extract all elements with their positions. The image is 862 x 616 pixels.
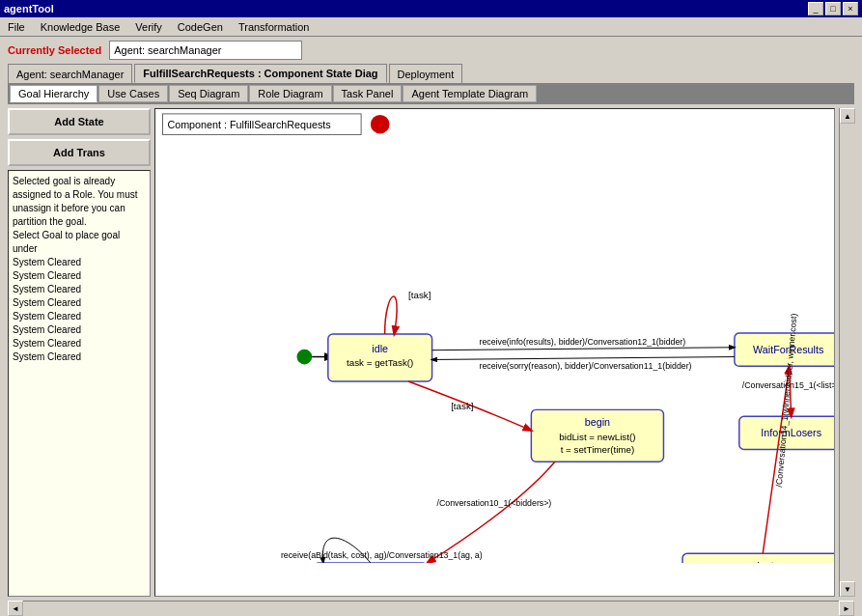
log-line-2: unassign it before you can bbox=[13, 202, 146, 215]
svg-text:[task]: [task] bbox=[408, 290, 431, 300]
sub-tab-use-cases[interactable]: Use Cases bbox=[98, 85, 168, 102]
selected-bar: Currently Selected bbox=[0, 37, 862, 64]
selected-label: Currently Selected bbox=[8, 44, 101, 56]
log-line-4: Select Goal to place goal under bbox=[13, 229, 146, 256]
scroll-up-button[interactable]: ▲ bbox=[840, 108, 855, 124]
menu-file[interactable]: File bbox=[4, 20, 29, 34]
log-line-6: System Cleared bbox=[13, 269, 146, 283]
diagram-title: Component : FulfillSearchRequests bbox=[167, 119, 330, 130]
svg-line-3 bbox=[432, 348, 735, 350]
sub-tab-goal-hierarchy[interactable]: Goal Hierarchy bbox=[10, 85, 97, 102]
initial-dot bbox=[297, 350, 313, 365]
log-line-3: partition the goal. bbox=[13, 215, 146, 229]
scroll-down-button[interactable]: ▼ bbox=[840, 581, 855, 597]
scroll-track[interactable] bbox=[840, 124, 854, 581]
sub-tab-role-diagram[interactable]: Role Diagram bbox=[249, 85, 331, 102]
vertical-scrollbar[interactable]: ▲ ▼ bbox=[839, 108, 854, 597]
log-line-7: System Cleared bbox=[13, 283, 146, 296]
sub-tab-agent-template[interactable]: Agent Template Diagram bbox=[403, 85, 537, 102]
log-line-9: System Cleared bbox=[13, 310, 146, 323]
window-controls: _ □ × bbox=[808, 2, 858, 15]
sub-tabs: Goal Hierarchy Use Cases Seq Diagram Rol… bbox=[8, 83, 854, 104]
scroll-right-button[interactable]: ► bbox=[839, 601, 854, 616]
sub-tab-task-panel[interactable]: Task Panel bbox=[333, 85, 403, 102]
svg-text:receive(info(results), bidder): receive(info(results), bidder)/Conversat… bbox=[480, 337, 686, 347]
menu-transformation[interactable]: Transformation bbox=[235, 20, 314, 34]
close-button[interactable]: × bbox=[843, 2, 858, 15]
evaluate-label: evaluate bbox=[740, 560, 780, 563]
log-line-5: System Cleared bbox=[13, 256, 146, 269]
idle-sublabel: task = getTask() bbox=[347, 357, 413, 368]
minimize-button[interactable]: _ bbox=[808, 2, 823, 15]
begin-sublabel2: t = setTimer(time) bbox=[561, 444, 635, 455]
svg-text:receive(sorry(reason), bidder): receive(sorry(reason), bidder)/Conversat… bbox=[480, 361, 692, 371]
top-tab-fulfill[interactable]: FulfillSearchRequests : Component State … bbox=[134, 64, 386, 83]
sub-tab-seq-diagram[interactable]: Seq Diagram bbox=[169, 85, 248, 102]
log-line-11: System Cleared bbox=[13, 337, 146, 350]
log-line-1: assigned to a Role. You must bbox=[13, 188, 146, 202]
menu-knowledge-base[interactable]: Knowledge Base bbox=[37, 20, 125, 34]
selected-input[interactable] bbox=[109, 41, 302, 60]
svg-line-5 bbox=[432, 357, 735, 360]
log-line-0: Selected goal is already bbox=[13, 175, 146, 188]
h-scroll-track[interactable] bbox=[23, 601, 839, 616]
app-title: agentTool bbox=[4, 3, 54, 14]
top-tabs: Agent: searchManager FulfillSearchReques… bbox=[8, 64, 854, 83]
svg-text:receive(aBid(task, cost), ag)/: receive(aBid(task, cost), ag)/Conversati… bbox=[281, 550, 483, 560]
title-bar: agentTool _ □ × bbox=[0, 0, 862, 17]
diagram-inner[interactable]: Component : FulfillSearchRequests idle t… bbox=[155, 109, 834, 596]
idle-label: idle bbox=[372, 343, 388, 354]
content-panel: Add State Add Trans Selected goal is alr… bbox=[8, 104, 854, 601]
menu-codegen[interactable]: CodeGen bbox=[174, 20, 227, 34]
svg-text:/Conversation10_1(<bidders>): /Conversation10_1(<bidders>) bbox=[436, 498, 551, 508]
add-state-button[interactable]: Add State bbox=[8, 108, 151, 135]
menu-bar: File Knowledge Base Verify CodeGen Trans… bbox=[0, 17, 862, 37]
maximize-button[interactable]: □ bbox=[825, 2, 841, 15]
record-button bbox=[371, 115, 390, 134]
main-area: Currently Selected Agent: searchManager … bbox=[0, 37, 862, 616]
log-line-10: System Cleared bbox=[13, 323, 146, 337]
informlosers-label: InformLosers bbox=[761, 427, 821, 438]
top-tab-deployment[interactable]: Deployment bbox=[389, 64, 463, 83]
left-panel: Add State Add Trans Selected goal is alr… bbox=[8, 108, 151, 597]
begin-label: begin bbox=[585, 416, 610, 428]
log-line-12: System Cleared bbox=[13, 350, 146, 364]
menu-verify[interactable]: Verify bbox=[131, 20, 166, 34]
add-trans-button[interactable]: Add Trans bbox=[8, 139, 151, 166]
top-tab-agent[interactable]: Agent: searchManager bbox=[8, 64, 132, 83]
horizontal-scrollbar-area: ◄ ► bbox=[8, 601, 854, 616]
scroll-left-button[interactable]: ◄ bbox=[8, 601, 23, 616]
begin-sublabel1: bidList = newList() bbox=[559, 432, 635, 442]
diagram-area[interactable]: Component : FulfillSearchRequests idle t… bbox=[154, 108, 835, 597]
tab-area: Agent: searchManager FulfillSearchReques… bbox=[0, 64, 862, 616]
log-panel: Selected goal is already assigned to a R… bbox=[8, 170, 151, 597]
svg-text:/Conversation15_1(<list>): /Conversation15_1(<list>) bbox=[742, 380, 834, 390]
diagram-svg: Component : FulfillSearchRequests idle t… bbox=[155, 109, 834, 563]
svg-text:[task]: [task] bbox=[451, 401, 474, 411]
log-line-8: System Cleared bbox=[13, 296, 146, 310]
